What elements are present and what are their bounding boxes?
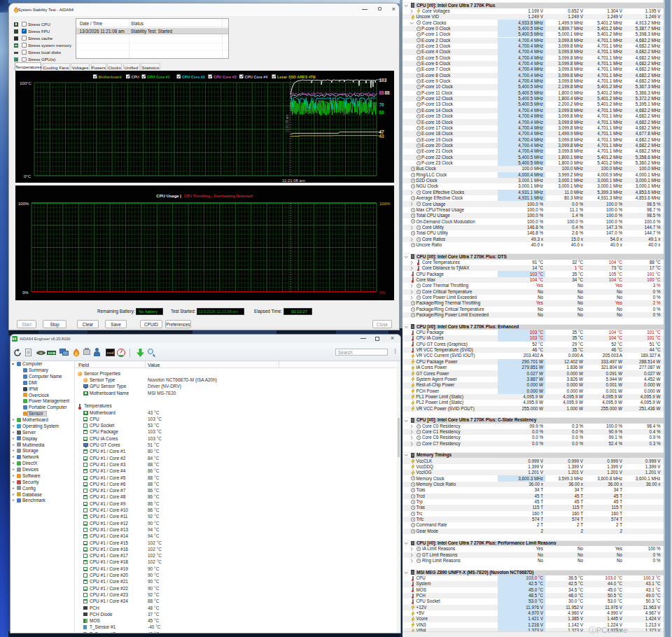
svg-text:11:21:08 am: 11:21:08 am [286,115,289,132]
svg-text:100%: 100% [379,202,391,206]
svg-text:CPU Throttling - Overheating D: CPU Throttling - Overheating Detected! [184,194,253,198]
svg-text:CPU Core #1: CPU Core #1 [147,75,170,79]
svg-text:88: 88 [385,90,391,95]
svg-text:CPU: CPU [132,75,139,79]
svg-text:103: 103 [379,78,387,83]
svg-text:Motherboard: Motherboard [99,75,122,79]
svg-text:76: 76 [379,102,385,107]
svg-text:0%: 0% [22,290,29,295]
svg-text:0%: 0% [379,290,386,295]
svg-text:43: 43 [379,134,385,139]
svg-text:100%: 100% [18,202,29,206]
svg-text:100°C: 100°C [20,81,31,85]
svg-text:CPU Core #2: CPU Core #2 [182,75,205,79]
svg-text:CPU Usage |: CPU Usage | [156,194,181,198]
svg-text:Lexar SSD ARES 4TB: Lexar SSD ARES 4TB [277,75,316,79]
svg-text:11:21:08 am: 11:21:08 am [282,178,305,183]
svg-text:0°C: 0°C [24,174,31,178]
svg-text:88: 88 [379,90,385,95]
svg-text:CPU Core #4: CPU Core #4 [245,75,268,79]
svg-text:CPU Core #3: CPU Core #3 [214,75,237,79]
svg-text:68: 68 [379,110,385,115]
